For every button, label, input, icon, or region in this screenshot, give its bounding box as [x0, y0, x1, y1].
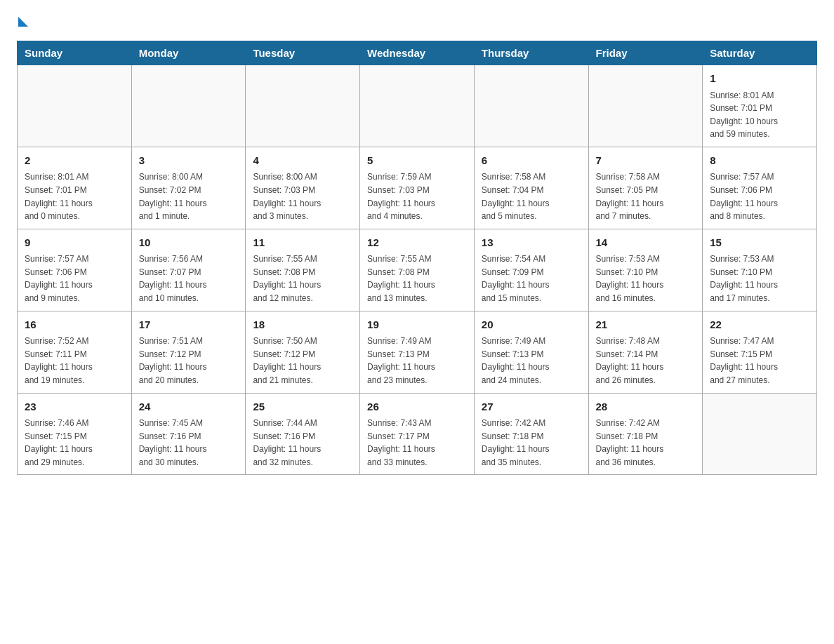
- day-info: Sunrise: 7:50 AM Sunset: 7:12 PM Dayligh…: [253, 335, 352, 387]
- day-info: Sunrise: 7:44 AM Sunset: 7:16 PM Dayligh…: [253, 417, 352, 469]
- weekday-header-row: SundayMondayTuesdayWednesdayThursdayFrid…: [18, 41, 817, 65]
- calendar-cell: 8Sunrise: 7:57 AM Sunset: 7:06 PM Daylig…: [703, 147, 817, 229]
- calendar-cell: 19Sunrise: 7:49 AM Sunset: 7:13 PM Dayli…: [360, 311, 475, 393]
- day-number: 14: [596, 235, 696, 251]
- day-number: 24: [139, 399, 239, 415]
- calendar-cell: 13Sunrise: 7:54 AM Sunset: 7:09 PM Dayli…: [474, 229, 588, 311]
- day-number: 5: [367, 153, 467, 169]
- weekday-header-sunday: Sunday: [18, 41, 132, 65]
- day-number: 3: [139, 153, 239, 169]
- day-number: 16: [25, 317, 124, 333]
- day-info: Sunrise: 8:00 AM Sunset: 7:02 PM Dayligh…: [139, 170, 239, 222]
- day-number: 22: [710, 317, 809, 333]
- day-number: 13: [482, 235, 581, 251]
- day-info: Sunrise: 7:55 AM Sunset: 7:08 PM Dayligh…: [367, 253, 467, 304]
- week-row-2: 2Sunrise: 8:01 AM Sunset: 7:01 PM Daylig…: [18, 147, 817, 229]
- weekday-header-tuesday: Tuesday: [246, 41, 360, 65]
- day-info: Sunrise: 8:01 AM Sunset: 7:01 PM Dayligh…: [25, 170, 124, 222]
- day-info: Sunrise: 7:55 AM Sunset: 7:08 PM Dayligh…: [253, 253, 352, 304]
- calendar-cell: 1Sunrise: 8:01 AM Sunset: 7:01 PM Daylig…: [703, 65, 817, 147]
- calendar-cell: [246, 65, 360, 147]
- calendar-cell: 25Sunrise: 7:44 AM Sunset: 7:16 PM Dayli…: [246, 393, 360, 475]
- weekday-header-thursday: Thursday: [474, 41, 588, 65]
- day-info: Sunrise: 7:53 AM Sunset: 7:10 PM Dayligh…: [710, 253, 809, 304]
- calendar-cell: 18Sunrise: 7:50 AM Sunset: 7:12 PM Dayli…: [246, 311, 360, 393]
- day-info: Sunrise: 7:57 AM Sunset: 7:06 PM Dayligh…: [25, 253, 124, 304]
- day-info: Sunrise: 7:48 AM Sunset: 7:14 PM Dayligh…: [596, 335, 696, 387]
- day-info: Sunrise: 7:59 AM Sunset: 7:03 PM Dayligh…: [367, 170, 467, 222]
- calendar-cell: 6Sunrise: 7:58 AM Sunset: 7:04 PM Daylig…: [474, 147, 588, 229]
- week-row-5: 23Sunrise: 7:46 AM Sunset: 7:15 PM Dayli…: [18, 393, 817, 475]
- day-info: Sunrise: 7:46 AM Sunset: 7:15 PM Dayligh…: [25, 417, 124, 469]
- week-row-4: 16Sunrise: 7:52 AM Sunset: 7:11 PM Dayli…: [18, 311, 817, 393]
- day-info: Sunrise: 7:54 AM Sunset: 7:09 PM Dayligh…: [482, 253, 581, 304]
- calendar-cell: 23Sunrise: 7:46 AM Sunset: 7:15 PM Dayli…: [18, 393, 132, 475]
- day-info: Sunrise: 7:58 AM Sunset: 7:05 PM Dayligh…: [596, 170, 696, 222]
- day-number: 26: [367, 399, 467, 415]
- calendar-cell: 24Sunrise: 7:45 AM Sunset: 7:16 PM Dayli…: [131, 393, 246, 475]
- day-info: Sunrise: 7:52 AM Sunset: 7:11 PM Dayligh…: [25, 335, 124, 387]
- day-info: Sunrise: 7:49 AM Sunset: 7:13 PM Dayligh…: [482, 335, 581, 387]
- calendar-cell: 11Sunrise: 7:55 AM Sunset: 7:08 PM Dayli…: [246, 229, 360, 311]
- weekday-header-saturday: Saturday: [703, 41, 817, 65]
- day-info: Sunrise: 7:45 AM Sunset: 7:16 PM Dayligh…: [139, 417, 239, 469]
- calendar-cell: [131, 65, 246, 147]
- calendar-cell: 20Sunrise: 7:49 AM Sunset: 7:13 PM Dayli…: [474, 311, 588, 393]
- day-number: 4: [253, 153, 352, 169]
- calendar-table: SundayMondayTuesdayWednesdayThursdayFrid…: [17, 41, 817, 475]
- day-info: Sunrise: 7:58 AM Sunset: 7:04 PM Dayligh…: [482, 170, 581, 222]
- day-number: 2: [25, 153, 124, 169]
- calendar-cell: 15Sunrise: 7:53 AM Sunset: 7:10 PM Dayli…: [703, 229, 817, 311]
- day-info: Sunrise: 8:00 AM Sunset: 7:03 PM Dayligh…: [253, 170, 352, 222]
- calendar-cell: 2Sunrise: 8:01 AM Sunset: 7:01 PM Daylig…: [18, 147, 132, 229]
- calendar-cell: [18, 65, 132, 147]
- logo: [17, 17, 28, 29]
- day-number: 23: [25, 399, 124, 415]
- day-number: 21: [596, 317, 696, 333]
- day-number: 15: [710, 235, 809, 251]
- day-info: Sunrise: 7:42 AM Sunset: 7:18 PM Dayligh…: [482, 417, 581, 469]
- day-info: Sunrise: 8:01 AM Sunset: 7:01 PM Dayligh…: [710, 89, 809, 141]
- calendar-cell: 28Sunrise: 7:42 AM Sunset: 7:18 PM Dayli…: [588, 393, 703, 475]
- day-info: Sunrise: 7:57 AM Sunset: 7:06 PM Dayligh…: [710, 170, 809, 222]
- calendar-cell: 5Sunrise: 7:59 AM Sunset: 7:03 PM Daylig…: [360, 147, 475, 229]
- day-number: 6: [482, 153, 581, 169]
- calendar-cell: 7Sunrise: 7:58 AM Sunset: 7:05 PM Daylig…: [588, 147, 703, 229]
- logo-triangle-icon: [18, 17, 28, 27]
- day-number: 11: [253, 235, 352, 251]
- day-info: Sunrise: 7:56 AM Sunset: 7:07 PM Dayligh…: [139, 253, 239, 304]
- day-info: Sunrise: 7:53 AM Sunset: 7:10 PM Dayligh…: [596, 253, 696, 304]
- weekday-header-wednesday: Wednesday: [360, 41, 475, 65]
- calendar-cell: 9Sunrise: 7:57 AM Sunset: 7:06 PM Daylig…: [18, 229, 132, 311]
- calendar-cell: 16Sunrise: 7:52 AM Sunset: 7:11 PM Dayli…: [18, 311, 132, 393]
- calendar-cell: 27Sunrise: 7:42 AM Sunset: 7:18 PM Dayli…: [474, 393, 588, 475]
- day-number: 1: [710, 71, 809, 87]
- day-info: Sunrise: 7:51 AM Sunset: 7:12 PM Dayligh…: [139, 335, 239, 387]
- day-info: Sunrise: 7:42 AM Sunset: 7:18 PM Dayligh…: [596, 417, 696, 469]
- day-number: 27: [482, 399, 581, 415]
- page-header: [17, 17, 817, 29]
- weekday-header-friday: Friday: [588, 41, 703, 65]
- calendar-cell: 12Sunrise: 7:55 AM Sunset: 7:08 PM Dayli…: [360, 229, 475, 311]
- day-number: 10: [139, 235, 239, 251]
- day-info: Sunrise: 7:43 AM Sunset: 7:17 PM Dayligh…: [367, 417, 467, 469]
- calendar-cell: 17Sunrise: 7:51 AM Sunset: 7:12 PM Dayli…: [131, 311, 246, 393]
- day-number: 17: [139, 317, 239, 333]
- day-number: 18: [253, 317, 352, 333]
- day-number: 8: [710, 153, 809, 169]
- day-number: 19: [367, 317, 467, 333]
- day-info: Sunrise: 7:47 AM Sunset: 7:15 PM Dayligh…: [710, 335, 809, 387]
- calendar-cell: [703, 393, 817, 475]
- day-number: 28: [596, 399, 696, 415]
- calendar-cell: [474, 65, 588, 147]
- day-info: Sunrise: 7:49 AM Sunset: 7:13 PM Dayligh…: [367, 335, 467, 387]
- day-number: 20: [482, 317, 581, 333]
- week-row-1: 1Sunrise: 8:01 AM Sunset: 7:01 PM Daylig…: [18, 65, 817, 147]
- calendar-cell: 4Sunrise: 8:00 AM Sunset: 7:03 PM Daylig…: [246, 147, 360, 229]
- calendar-cell: [588, 65, 703, 147]
- calendar-cell: 14Sunrise: 7:53 AM Sunset: 7:10 PM Dayli…: [588, 229, 703, 311]
- calendar-cell: 3Sunrise: 8:00 AM Sunset: 7:02 PM Daylig…: [131, 147, 246, 229]
- calendar-cell: [360, 65, 475, 147]
- calendar-cell: 10Sunrise: 7:56 AM Sunset: 7:07 PM Dayli…: [131, 229, 246, 311]
- calendar-cell: 22Sunrise: 7:47 AM Sunset: 7:15 PM Dayli…: [703, 311, 817, 393]
